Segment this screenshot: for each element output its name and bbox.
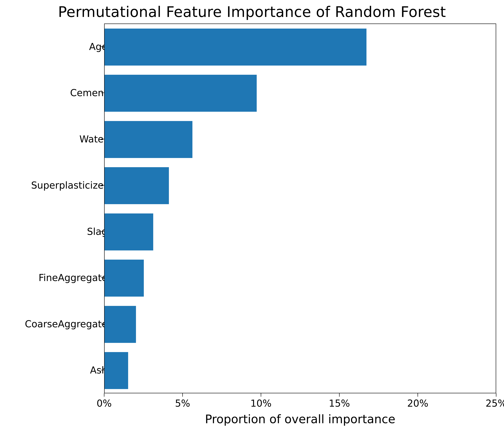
bar-water bbox=[105, 121, 193, 158]
ytick-label: CoarseAggregate bbox=[25, 318, 107, 329]
xtick-label: 5% bbox=[175, 398, 190, 409]
xtick-mark bbox=[496, 393, 496, 397]
chart-figure: Permutational Feature Importance of Rand… bbox=[0, 0, 504, 437]
xtick-label: 15% bbox=[329, 398, 350, 409]
chart-title: Permutational Feature Importance of Rand… bbox=[0, 3, 504, 20]
bar-ash bbox=[105, 352, 128, 389]
xtick-label: 20% bbox=[407, 398, 428, 409]
ytick-label: Water bbox=[79, 134, 107, 145]
bar-superplasticizer bbox=[105, 167, 169, 204]
xtick-label: 25% bbox=[486, 398, 504, 409]
xtick-mark bbox=[104, 393, 104, 397]
xtick-label: 0% bbox=[97, 398, 112, 409]
bar-fineaggregate bbox=[105, 260, 144, 297]
ytick-label: Superplasticizer bbox=[31, 180, 107, 191]
bars-group bbox=[105, 24, 496, 393]
xtick-label: 10% bbox=[251, 398, 271, 409]
xtick-mark bbox=[339, 393, 339, 397]
xtick-mark bbox=[261, 393, 261, 397]
ytick-label: FineAggregate bbox=[39, 272, 107, 283]
xtick-mark bbox=[182, 393, 183, 397]
bar-slag bbox=[105, 213, 153, 250]
plot-area bbox=[104, 23, 496, 393]
ytick-label: Cement bbox=[70, 87, 107, 98]
x-axis-label: Proportion of overall importance bbox=[104, 412, 496, 426]
xtick-mark bbox=[417, 393, 418, 397]
bar-coarseaggregate bbox=[105, 306, 136, 343]
bar-age bbox=[105, 29, 367, 66]
bar-cement bbox=[105, 75, 257, 112]
